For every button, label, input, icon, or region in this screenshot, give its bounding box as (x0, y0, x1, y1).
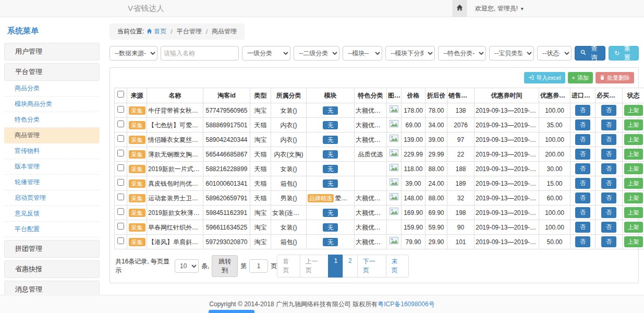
status-toggle[interactable]: 上架 (624, 192, 643, 203)
column-header-特色分类: 特色分类 (355, 88, 387, 103)
status-toggle[interactable]: 上架 (624, 207, 643, 218)
user-menu[interactable]: 欢迎您, 管理员! ▾ (475, 4, 524, 13)
row-checkbox[interactable] (117, 121, 124, 127)
sidebar-item-平台配置[interactable]: 平台配置 (4, 222, 100, 237)
status-toggle[interactable]: 上架 (624, 119, 643, 130)
must-buy-toggle[interactable]: 否 (601, 149, 616, 160)
sidebar-item-拼团管理[interactable]: 拼团管理 (4, 240, 100, 258)
price-cell: 118.00 (402, 162, 426, 176)
breadcrumb-separator: / (206, 28, 208, 35)
import-optional-toggle[interactable]: 否 (575, 163, 590, 174)
must-buy-toggle[interactable]: 否 (601, 163, 616, 174)
feature-category-select[interactable]: --特色分类-- (438, 46, 486, 61)
name-search-input[interactable] (161, 46, 239, 61)
source-badge: 采集 (129, 165, 145, 173)
sidebar-item-模块商品分类[interactable]: 模块商品分类 (4, 97, 100, 112)
import-optional-toggle[interactable]: 否 (575, 119, 590, 130)
row-checkbox[interactable] (117, 150, 124, 156)
row-checkbox[interactable] (117, 135, 124, 142)
column-header-淘客id: 淘客id (203, 88, 250, 103)
sidebar-item-消息管理[interactable]: 消息管理 (4, 281, 100, 294)
status-select[interactable]: --状态-- (537, 46, 572, 61)
add-button[interactable]: + 添加 (568, 72, 593, 83)
pager-item-下一页[interactable]: 下一页 (357, 255, 386, 278)
sidebar-item-用户管理[interactable]: 用户管理 (4, 43, 100, 61)
breadcrumb-home-link[interactable]: 首页 (147, 27, 166, 36)
must-buy-toggle[interactable]: 否 (601, 119, 616, 130)
sidebar-item-意见反馈[interactable]: 意见反馈 (4, 206, 100, 222)
jump-page-input[interactable] (249, 259, 268, 273)
status-toggle[interactable]: 上架 (624, 149, 643, 160)
must-buy-toggle[interactable]: 否 (601, 207, 616, 218)
breadcrumb-item[interactable]: 平台管理 (177, 27, 202, 36)
must-buy-toggle[interactable]: 否 (601, 105, 616, 116)
sidebar-item-宣传物料[interactable]: 宣传物料 (4, 143, 100, 159)
status-toggle[interactable]: 上架 (624, 222, 643, 233)
sidebar-item-特色分类[interactable]: 特色分类 (4, 112, 100, 128)
data-source-select[interactable]: --数据来源-- (110, 46, 157, 61)
item-type-select[interactable]: --宝贝类型-- (489, 46, 534, 61)
import-optional-toggle[interactable]: 否 (575, 207, 590, 218)
table-row: 采集2019新款女秋薄款...598451162391淘宝女装(连衣裙)无大额优… (115, 206, 644, 220)
row-checkbox[interactable] (117, 194, 124, 200)
row-checkbox[interactable] (117, 106, 124, 113)
import-optional-toggle[interactable]: 否 (575, 134, 590, 145)
import-optional-toggle[interactable]: 否 (575, 192, 590, 203)
must-buy-toggle[interactable]: 否 (601, 134, 616, 145)
sidebar-item-轮播管理[interactable]: 轮播管理 (4, 175, 100, 190)
must-buy-toggle[interactable]: 否 (601, 192, 616, 203)
status-toggle[interactable]: 上架 (624, 134, 643, 145)
must-buy-toggle[interactable]: 否 (601, 236, 616, 247)
category-cell: 女装(连衣裙) (271, 206, 307, 220)
pager-item-末页[interactable]: 末页 (386, 255, 409, 278)
query-button[interactable]: 查询 (575, 46, 605, 61)
sidebar-item-启动页管理[interactable]: 启动页管理 (4, 190, 100, 206)
select-all-checkbox[interactable] (117, 91, 124, 98)
table-row: 采集真皮钱包时尚优雅女士...601000601341天猫箱包()无39.002… (115, 176, 644, 191)
status-toggle[interactable]: 上架 (624, 163, 643, 174)
status-cell: 上架 (623, 176, 644, 191)
import-optional-toggle[interactable]: 否 (575, 105, 590, 116)
sidebar-item-商品管理[interactable]: 商品管理 (4, 128, 100, 143)
row-checkbox[interactable] (117, 179, 124, 186)
batch-delete-button[interactable]: 批量删除 (596, 72, 634, 83)
source-badge: 采集 (129, 209, 145, 217)
type-cell: 天猫 (250, 176, 271, 191)
source-badge: 采集 (129, 238, 145, 246)
products-table: 来源名称淘客id类型所属分类模块特色分类图标价格折后价销售数量优惠券时间优惠券金… (114, 88, 644, 249)
icp-link[interactable]: 粤ICP备16098006号 (378, 300, 434, 308)
status-toggle[interactable]: 上架 (624, 178, 643, 189)
import-optional-toggle[interactable]: 否 (575, 222, 590, 233)
import-optional-cell: 否 (570, 118, 596, 133)
row-checkbox[interactable] (117, 208, 124, 215)
pager-item-2[interactable]: 2 (343, 255, 358, 278)
home-button[interactable] (453, 0, 467, 17)
row-checkbox[interactable] (117, 237, 124, 244)
import-optional-toggle[interactable]: 否 (575, 149, 590, 160)
import-optional-toggle[interactable]: 否 (575, 236, 590, 247)
per-page-select[interactable]: 10 (175, 259, 199, 273)
jump-button[interactable]: 跳转到 (212, 255, 238, 277)
row-checkbox[interactable] (117, 164, 124, 171)
status-toggle[interactable]: 上架 (624, 105, 643, 116)
taoke-id-cell: 597293020870 (203, 235, 250, 249)
status-toggle[interactable]: 上架 (624, 236, 643, 247)
sidebar-item-省惠快报[interactable]: 省惠快报 (4, 260, 100, 278)
import-excel-button[interactable]: 导入excel (524, 72, 565, 83)
reset-button[interactable]: ↻ 重置 (609, 46, 639, 61)
sidebar-item-版本管理[interactable]: 版本管理 (4, 159, 100, 175)
import-optional-toggle[interactable]: 否 (575, 178, 590, 189)
price-cell: 159.90 (402, 220, 426, 235)
row-checkbox[interactable] (117, 223, 124, 230)
must-buy-toggle[interactable]: 否 (601, 222, 616, 233)
products-panel: 导入excel + 添加 批量删除 来源名称淘客id类型所属分类模块特色分类图标… (110, 67, 639, 283)
level2-category-select[interactable]: --二级分类-- (294, 46, 339, 61)
sidebar-item-平台管理[interactable]: 平台管理 (4, 63, 100, 81)
module-select[interactable]: --模块-- (343, 46, 382, 61)
module-sub-category-select[interactable]: --模块下分类-- (385, 46, 435, 61)
sidebar-item-商品分类[interactable]: 商品分类 (4, 81, 100, 97)
level1-category-select[interactable]: 一级分类 (242, 46, 290, 61)
module-none-badge: 无 (323, 106, 338, 115)
coupon-time-cell: 2019-09-13—2019-09-17 (475, 147, 539, 162)
must-buy-toggle[interactable]: 否 (601, 178, 616, 189)
